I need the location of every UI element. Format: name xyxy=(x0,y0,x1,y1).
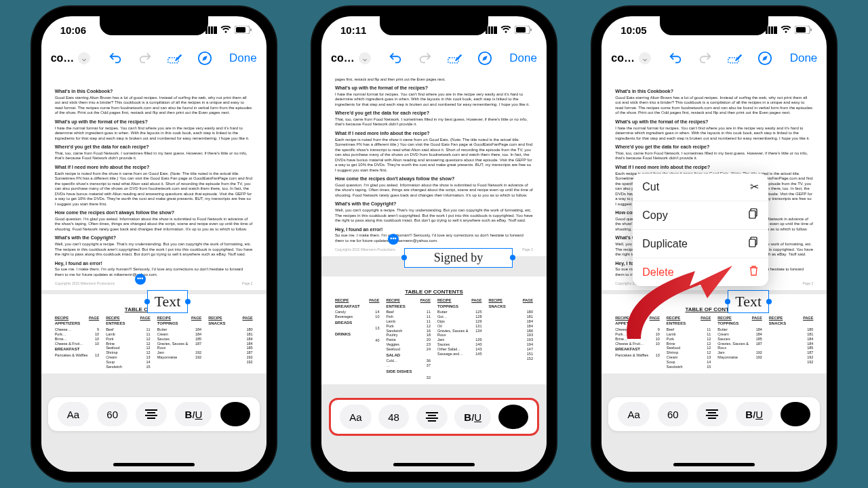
text-style-bar: Aa 60 BIU xyxy=(48,397,260,431)
chevron-down-icon[interactable]: ⌵ xyxy=(359,52,371,64)
chevron-down-icon[interactable]: ⌵ xyxy=(78,52,90,64)
doc-title[interactable]: co… xyxy=(611,52,635,64)
done-button[interactable]: Done xyxy=(790,52,818,65)
doc-page-1: pages first, restack and flip and then p… xyxy=(321,73,547,256)
biu-button[interactable]: BIU xyxy=(736,402,772,426)
clock: 10:11 xyxy=(340,24,366,36)
biu-button[interactable]: BIU xyxy=(175,402,212,426)
battery-icon xyxy=(515,26,532,34)
svg-rect-1 xyxy=(236,27,245,33)
menu-copy[interactable]: Copy xyxy=(633,201,768,230)
notch xyxy=(660,16,768,35)
markup-pen-icon[interactable] xyxy=(757,51,772,66)
text-annotation[interactable]: Signed by xyxy=(404,248,513,268)
doc-page-2: TABLE OF CONTENTS RECIPEPAGEBREAKFASTCan… xyxy=(321,277,547,384)
tutorial-arrow xyxy=(614,258,749,346)
align-button[interactable] xyxy=(136,402,167,426)
resize-handle-left[interactable] xyxy=(401,255,407,260)
biu-button[interactable]: BIU xyxy=(454,405,491,429)
font-button[interactable]: Aa xyxy=(340,405,371,429)
annotation-options-icon[interactable]: ••• xyxy=(388,234,399,245)
clock: 10:06 xyxy=(60,24,86,36)
home-indicator[interactable] xyxy=(113,463,195,466)
battery-icon xyxy=(235,26,252,34)
menu-duplicate[interactable]: Duplicate xyxy=(633,230,768,258)
scissors-icon: ✂ xyxy=(750,180,759,194)
font-size-button[interactable]: 48 xyxy=(378,405,409,429)
redo-icon xyxy=(698,51,713,66)
color-button[interactable] xyxy=(220,402,250,426)
undo-icon[interactable] xyxy=(388,51,403,66)
pen-tool-icon[interactable] xyxy=(448,51,462,66)
notch xyxy=(380,16,488,35)
font-size-button[interactable]: 60 xyxy=(658,402,688,426)
home-indicator[interactable] xyxy=(393,463,475,466)
font-button[interactable]: Aa xyxy=(58,402,89,426)
svg-rect-20 xyxy=(810,28,812,31)
resize-handle-left[interactable] xyxy=(144,299,150,304)
svg-rect-19 xyxy=(796,27,806,33)
markup-pen-icon[interactable] xyxy=(477,51,492,66)
doc-page-1: What's in this Cookbook?Good Eats starri… xyxy=(41,73,267,290)
wifi-icon xyxy=(220,26,231,34)
font-size-button[interactable]: 60 xyxy=(97,402,127,426)
notch xyxy=(100,16,208,35)
wifi-icon xyxy=(781,26,791,34)
color-button[interactable] xyxy=(498,405,528,429)
redo-icon xyxy=(138,51,153,66)
text-annotation[interactable]: Text xyxy=(147,290,189,313)
menu-cut[interactable]: Cut✂ xyxy=(633,174,768,201)
annotation-options-icon[interactable]: ••• xyxy=(135,274,146,285)
toolbar: co…⌵ Done xyxy=(601,43,827,73)
text-style-bar: Aa 60 BIU xyxy=(608,397,820,431)
phone-2: 10:11 co…⌵ Done pages fi xyxy=(312,7,556,481)
home-indicator[interactable] xyxy=(673,463,755,466)
redo-icon xyxy=(418,51,433,66)
docs-icon xyxy=(748,237,759,251)
pen-tool-icon[interactable] xyxy=(167,51,182,66)
align-button[interactable] xyxy=(696,402,728,426)
markup-pen-icon[interactable] xyxy=(197,51,212,66)
chevron-down-icon[interactable]: ⌵ xyxy=(639,52,651,64)
toolbar: co…⌵ Done xyxy=(321,43,547,73)
text-style-bar: Aa 48 BIU xyxy=(331,400,537,434)
battery-icon xyxy=(795,26,812,34)
phone-1: 10:06 co…⌵ Done What's i xyxy=(32,7,276,481)
align-button[interactable] xyxy=(416,405,448,429)
svg-rect-2 xyxy=(250,28,252,31)
wifi-icon xyxy=(500,26,511,34)
svg-rect-10 xyxy=(516,27,526,33)
trash-icon xyxy=(749,265,759,279)
docs-icon xyxy=(748,208,759,222)
phone-3: 10:05 co…⌵ Done What's i xyxy=(592,7,836,481)
done-button[interactable]: Done xyxy=(229,52,257,65)
font-button[interactable]: Aa xyxy=(618,402,649,426)
color-button[interactable] xyxy=(781,402,810,426)
svg-rect-11 xyxy=(530,28,532,31)
undo-icon[interactable] xyxy=(668,51,683,66)
doc-title[interactable]: co… xyxy=(51,52,75,64)
toolbar: co…⌵ Done xyxy=(41,43,267,73)
svg-rect-26 xyxy=(749,239,755,247)
pen-tool-icon[interactable] xyxy=(728,51,743,66)
svg-rect-24 xyxy=(749,211,755,218)
done-button[interactable]: Done xyxy=(509,52,537,65)
toc-title: TABLE OF CONTENTS xyxy=(335,289,533,296)
undo-icon[interactable] xyxy=(108,51,123,66)
clock: 10:05 xyxy=(620,24,646,36)
resize-handle-right[interactable] xyxy=(766,299,772,304)
doc-title[interactable]: co… xyxy=(331,52,355,64)
